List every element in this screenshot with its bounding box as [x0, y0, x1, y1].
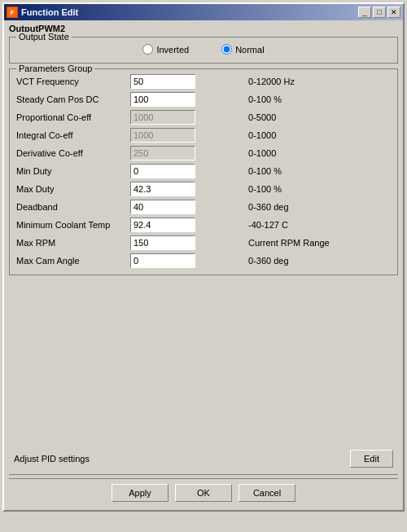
param-input[interactable]	[130, 128, 195, 143]
param-input[interactable]	[130, 200, 195, 214]
param-range: 0-12000 Hz	[247, 73, 392, 90]
table-row: VCT Frequency0-12000 Hz	[15, 73, 392, 90]
inverted-radio[interactable]	[142, 44, 153, 55]
normal-option[interactable]: Normal	[221, 44, 264, 55]
param-input[interactable]	[130, 235, 195, 250]
cancel-button[interactable]: Cancel	[239, 484, 295, 502]
param-range: 0-5000	[247, 108, 392, 126]
param-range: 0-1000	[247, 126, 392, 144]
apply-button[interactable]: Apply	[112, 484, 168, 502]
param-range: 0-1000	[247, 144, 392, 162]
table-row: Deadband0-360 deg	[15, 198, 392, 216]
param-input[interactable]	[130, 253, 195, 268]
output-state-label: Output State	[16, 32, 72, 42]
minimize-button[interactable]: _	[358, 7, 371, 18]
separator	[9, 474, 398, 475]
param-input[interactable]	[130, 110, 195, 125]
window-title: Function Edit	[21, 7, 78, 17]
title-bar: F Function Edit _ □ ✕	[4, 4, 403, 20]
param-label: Deadband	[15, 198, 129, 216]
adjust-pid-label: Adjust PID settings	[14, 454, 90, 464]
close-button[interactable]: ✕	[387, 7, 400, 18]
param-input[interactable]	[130, 74, 195, 89]
param-input[interactable]	[130, 146, 195, 160]
param-range: 0-100 %	[247, 162, 392, 180]
window-body: OutputPWM2 Output State Inverted Normal …	[4, 20, 403, 510]
param-range: 0-100 %	[247, 90, 392, 108]
param-label: Minimum Coolant Temp	[15, 216, 129, 234]
param-range: Current RPM Range	[247, 234, 392, 252]
maximize-button[interactable]: □	[373, 7, 386, 18]
edit-button[interactable]: Edit	[350, 450, 393, 468]
parameters-group-label: Parameters Group	[16, 64, 94, 73]
param-label: VCT Frequency	[15, 73, 129, 90]
table-row: Max RPMCurrent RPM Range	[15, 234, 392, 252]
output-state-group: Output State Inverted Normal	[9, 37, 398, 64]
param-label: Derivative Co-eff	[15, 144, 129, 162]
table-row: Max Cam Angle0-360 deg	[15, 252, 392, 270]
app-icon: F	[7, 7, 18, 18]
table-row: Max Duty0-100 %	[15, 180, 392, 198]
spacer	[9, 280, 398, 443]
normal-label: Normal	[235, 45, 264, 55]
table-row: Min Duty0-100 %	[15, 162, 392, 180]
param-range: -40-127 C	[247, 216, 392, 234]
footer-buttons: Apply OK Cancel	[9, 478, 398, 505]
output-state-options: Inverted Normal	[15, 41, 392, 58]
param-label: Min Duty	[15, 162, 129, 180]
ok-button[interactable]: OK	[175, 484, 232, 502]
param-input[interactable]	[130, 182, 195, 196]
param-input[interactable]	[130, 92, 195, 107]
normal-radio[interactable]	[221, 44, 232, 55]
params-table: VCT Frequency0-12000 HzSteady Cam Pos DC…	[15, 73, 392, 270]
adjust-pid-section: Adjust PID settings Edit	[9, 446, 398, 471]
main-window: F Function Edit _ □ ✕ OutputPWM2 Output …	[2, 2, 405, 512]
param-range: 0-360 deg	[247, 198, 392, 216]
inverted-label: Inverted	[156, 45, 189, 55]
param-label: Max Duty	[15, 180, 129, 198]
param-range: 0-100 %	[247, 180, 392, 198]
inverted-option[interactable]: Inverted	[142, 44, 189, 55]
parameters-group: Parameters Group VCT Frequency0-12000 Hz…	[9, 68, 398, 275]
param-label: Proportional Co-eff	[15, 108, 129, 126]
param-label: Steady Cam Pos DC	[15, 90, 129, 108]
table-row: Proportional Co-eff0-5000	[15, 108, 392, 126]
param-label: Max Cam Angle	[15, 252, 129, 270]
param-range: 0-360 deg	[247, 252, 392, 270]
table-row: Steady Cam Pos DC0-100 %	[15, 90, 392, 108]
param-input[interactable]	[130, 218, 195, 232]
table-row: Derivative Co-eff0-1000	[15, 144, 392, 162]
param-label: Max RPM	[15, 234, 129, 252]
param-label: Integral Co-eff	[15, 126, 129, 144]
table-row: Minimum Coolant Temp-40-127 C	[15, 216, 392, 234]
table-row: Integral Co-eff0-1000	[15, 126, 392, 144]
param-input[interactable]	[130, 164, 195, 178]
